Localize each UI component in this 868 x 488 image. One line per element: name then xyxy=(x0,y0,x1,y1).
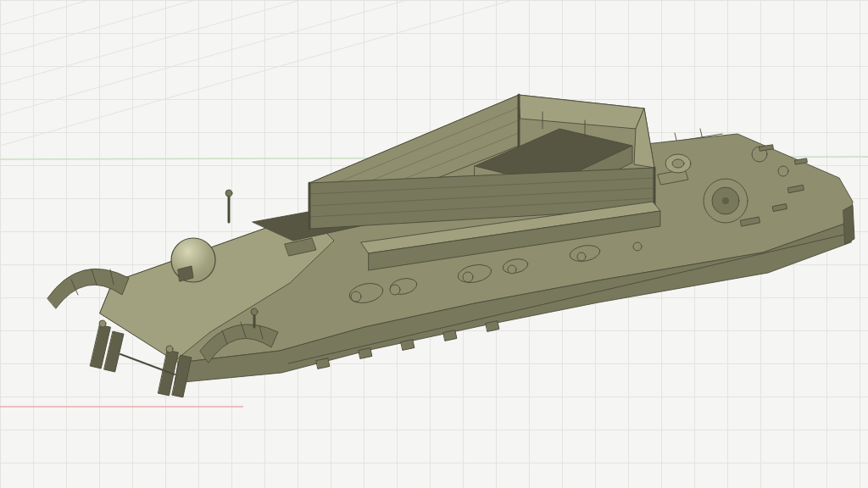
viewport[interactable] xyxy=(0,0,868,488)
round-hatch-inner xyxy=(672,159,684,168)
cad-canvas[interactable] xyxy=(0,0,868,488)
engine-fan-hub xyxy=(722,197,729,204)
rear-plate-notch xyxy=(843,205,854,244)
filler-cap-2 xyxy=(778,166,788,176)
